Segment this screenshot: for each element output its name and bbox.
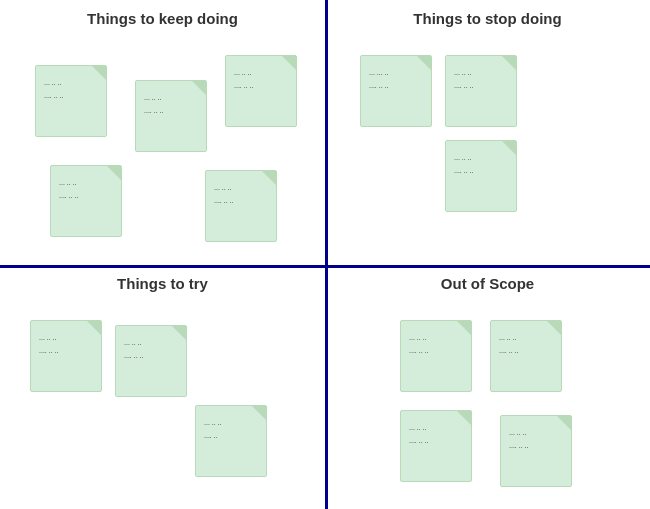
quadrant-stop-doing: Things to stop doing ... ... .. .... .. … bbox=[325, 0, 650, 265]
note[interactable]: ... .. .. .... .. .. bbox=[490, 320, 562, 392]
note[interactable]: ... .. .. .... .. .. bbox=[30, 320, 102, 392]
note[interactable]: ... .. .. .... .. .. bbox=[115, 325, 187, 397]
quadrant-keep-doing: Things to keep doing ... .. .. .... .. .… bbox=[0, 0, 325, 265]
note[interactable]: ... .. .. .... .. .. bbox=[135, 80, 207, 152]
quadrant-title-try: Things to try bbox=[0, 265, 325, 297]
vertical-divider bbox=[325, 0, 328, 509]
note[interactable]: ... .. .. .... .. .. bbox=[400, 410, 472, 482]
note[interactable]: ... .. .. .... .. .. bbox=[205, 170, 277, 242]
note[interactable]: ... .. .. .... .. .. bbox=[35, 65, 107, 137]
note[interactable]: ... .. .. .... .. .. bbox=[225, 55, 297, 127]
note[interactable]: ... .. .. .... .. .. bbox=[445, 55, 517, 127]
note[interactable]: ... ... .. .... .. .. bbox=[360, 55, 432, 127]
note[interactable]: ... .. .. .... .. .. bbox=[445, 140, 517, 212]
quadrant-title-keep: Things to keep doing bbox=[0, 0, 325, 32]
note[interactable]: ... .. .. .... .. .. bbox=[500, 415, 572, 487]
note[interactable]: ... .. .. .... .. .. bbox=[50, 165, 122, 237]
note[interactable]: ... .. .. .... .. .. bbox=[400, 320, 472, 392]
quadrant-title-stop: Things to stop doing bbox=[325, 0, 650, 32]
retrospective-board: Things to keep doing ... .. .. .... .. .… bbox=[0, 0, 650, 509]
quadrant-title-scope: Out of Scope bbox=[325, 265, 650, 297]
note[interactable]: ... .. .. .... .. bbox=[195, 405, 267, 477]
quadrant-out-of-scope: Out of Scope ... .. .. .... .. .. ... ..… bbox=[325, 265, 650, 509]
quadrant-things-to-try: Things to try ... .. .. .... .. .. ... .… bbox=[0, 265, 325, 509]
